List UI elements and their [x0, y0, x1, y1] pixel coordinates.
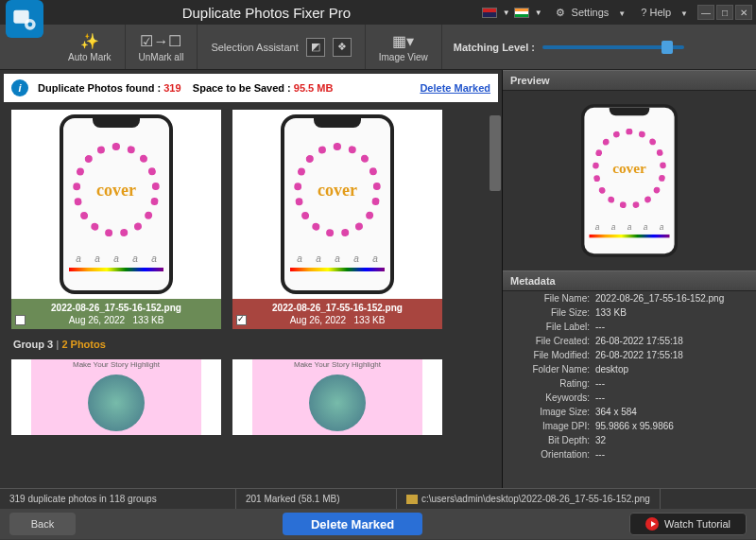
photo-card[interactable]: coveraaaaa 2022-08-26_17-55-16-152.png A…	[232, 110, 442, 329]
watch-tutorial-button[interactable]: Watch Tutorial	[629, 513, 747, 535]
metadata-value: ---	[595, 449, 605, 460]
photo-card[interactable]: Make Your Story Highlight	[11, 359, 221, 435]
info-bar: i Duplicate Photos found : 319 Space to …	[4, 74, 498, 102]
flag-us-icon[interactable]	[482, 8, 497, 18]
metadata-row: Image DPI:95.9866 x 95.9866	[503, 419, 756, 433]
folder-icon	[406, 495, 418, 504]
card-checkbox[interactable]	[236, 315, 247, 325]
photo-card[interactable]: Make Your Story Highlight	[232, 359, 442, 435]
group-header: Group 3 | 2 Photos	[4, 333, 498, 356]
metadata-value: 32	[595, 435, 606, 445]
close-button[interactable]: ✕	[735, 5, 752, 20]
selection-tool-1[interactable]: ◩	[306, 38, 325, 57]
status-groups: 319 duplicate photos in 118 groups	[0, 489, 236, 509]
metadata-row: Orientation:---	[503, 447, 756, 462]
metadata-key: Keywords:	[510, 392, 595, 403]
metadata-key: File Name:	[510, 293, 595, 304]
metadata-value: 26-08-2022 17:55:18	[595, 336, 683, 346]
minimize-button[interactable]: —	[697, 5, 714, 20]
settings-menu[interactable]: ⚙ Settings▼	[552, 7, 634, 19]
preview-image: coveraaaaa	[581, 104, 678, 257]
uncheck-icon: ☑→☐	[140, 32, 181, 50]
metadata-key: File Created:	[510, 336, 595, 346]
slider-thumb[interactable]	[662, 41, 673, 54]
metadata-row: Image Size:364 x 584	[503, 405, 756, 419]
metadata-header: Metadata	[503, 270, 756, 291]
auto-mark-button[interactable]: ✨Auto Mark	[55, 25, 125, 69]
preview-pane: coveraaaaa	[503, 91, 756, 270]
help-menu[interactable]: ? Help▼	[633, 7, 696, 18]
metadata-key: File Modified:	[510, 350, 595, 360]
metadata-value: desktop	[595, 364, 628, 375]
matching-level-label: Matching Level :	[454, 42, 535, 53]
thumbnail-image: Make Your Story Highlight	[252, 359, 422, 435]
card-checkbox[interactable]	[15, 315, 26, 325]
card-date: Aug 26, 2022	[69, 315, 126, 325]
preview-header: Preview	[503, 70, 756, 91]
app-title: Duplicate Photos Fixer Pro	[51, 5, 482, 21]
delete-marked-link[interactable]: Delete Marked	[420, 82, 490, 94]
chevron-down-icon[interactable]: ▼	[535, 9, 542, 17]
play-icon	[645, 517, 659, 531]
metadata-row: Bit Depth:32	[503, 433, 756, 447]
card-filename: 2022-08-26_17-55-16-152.png	[15, 303, 217, 313]
metadata-value: 133 KB	[595, 307, 627, 318]
metadata-value: 26-08-2022 17:55:18	[595, 350, 683, 360]
metadata-row: File Label:---	[503, 320, 756, 334]
thumbnail-image: Make Your Story Highlight	[31, 359, 201, 435]
metadata-key: Image Size:	[510, 407, 595, 417]
found-label: Duplicate Photos found :	[38, 82, 161, 94]
delete-marked-button[interactable]: Delete Marked	[283, 513, 422, 535]
info-icon: i	[11, 79, 28, 96]
metadata-value: 95.9866 x 95.9866	[595, 421, 674, 431]
grid-icon: ▦▾	[392, 32, 414, 50]
space-label: Space to be Saved :	[193, 82, 291, 94]
card-size: 133 KB	[133, 315, 164, 325]
metadata-row: Folder Name:desktop	[503, 362, 756, 376]
status-path: c:\users\admin\desktop\2022-08-26_17-55-…	[397, 489, 661, 509]
metadata-value: 364 x 584	[595, 407, 637, 417]
image-view-button[interactable]: ▦▾Image View	[365, 25, 441, 69]
card-date: Aug 26, 2022	[290, 315, 347, 325]
metadata-key: Orientation:	[510, 449, 595, 460]
metadata-key: Rating:	[510, 378, 595, 389]
metadata-key: File Label:	[510, 322, 595, 332]
scrollbar-thumb[interactable]	[490, 115, 501, 191]
metadata-key: Bit Depth:	[510, 435, 595, 445]
thumbnail-image: coveraaaaa	[281, 114, 394, 294]
metadata-row: File Modified:26-08-2022 17:55:18	[503, 348, 756, 362]
selection-tool-2[interactable]: ❖	[333, 38, 352, 57]
wand-icon: ✨	[80, 32, 99, 50]
metadata-value: 2022-08-26_17-55-16-152.png	[595, 293, 724, 304]
flag-in-icon[interactable]	[514, 8, 529, 18]
app-logo	[6, 0, 43, 38]
matching-level-slider[interactable]	[542, 45, 684, 49]
selection-assistant-label: Selection Assistant	[211, 42, 298, 53]
metadata-row: File Name:2022-08-26_17-55-16-152.png	[503, 291, 756, 305]
metadata-row: File Size:133 KB	[503, 305, 756, 320]
space-value: 95.5 MB	[294, 82, 334, 94]
status-marked: 201 Marked (58.1 MB)	[236, 489, 397, 509]
metadata-value: ---	[595, 322, 605, 332]
card-size: 133 KB	[354, 315, 386, 325]
photo-card[interactable]: coveraaaaa 2022-08-26_17-55-16-152.png A…	[11, 110, 221, 329]
metadata-table: File Name:2022-08-26_17-55-16-152.pngFil…	[503, 291, 756, 488]
scrollbar[interactable]	[489, 106, 502, 488]
metadata-key: Image DPI:	[510, 421, 595, 431]
unmark-all-button[interactable]: ☑→☐UnMark all	[125, 25, 198, 69]
metadata-value: ---	[595, 378, 605, 389]
svg-point-2	[28, 23, 33, 27]
found-count: 319	[163, 82, 180, 94]
metadata-row: File Created:26-08-2022 17:55:18	[503, 334, 756, 348]
maximize-button[interactable]: □	[716, 5, 733, 20]
card-filename: 2022-08-26_17-55-16-152.png	[236, 303, 438, 313]
thumbnail-image: coveraaaaa	[60, 114, 173, 294]
metadata-key: File Size:	[510, 307, 595, 318]
metadata-row: Rating:---	[503, 376, 756, 391]
metadata-row: Keywords:---	[503, 391, 756, 405]
chevron-down-icon[interactable]: ▼	[503, 9, 510, 17]
metadata-key: Folder Name:	[510, 364, 595, 375]
back-button[interactable]: Back	[9, 513, 76, 535]
metadata-value: ---	[595, 392, 605, 403]
